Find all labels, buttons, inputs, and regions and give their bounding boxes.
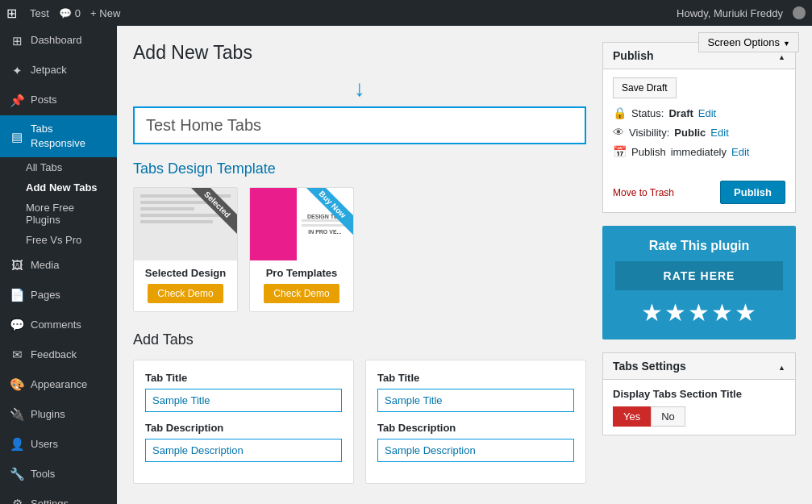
appearance-icon: 🎨 [10, 376, 24, 393]
sidebar-item-comments[interactable]: 💬 Comments [0, 310, 117, 339]
screen-options-button[interactable]: Screen Options [698, 32, 799, 52]
publish-panel-footer: Move to Trash Publish [603, 173, 795, 212]
feedback-icon: ✉ [10, 346, 24, 363]
sidebar: ⊞ Dashboard ✦ Jetpack 📌 Posts ▤ Tabs Res… [0, 26, 117, 500]
move-to-trash-link[interactable]: Move to Trash [613, 187, 674, 198]
display-section-title-label: Display Tabs Section Title [613, 388, 785, 400]
sidebar-subitem-more-free-plugins[interactable]: More Free Plugins [0, 198, 117, 230]
rate-stars: ★★★★★ [615, 298, 783, 327]
sidebar-item-posts[interactable]: 📌 Posts [0, 85, 117, 115]
publish-panel: Publish Save Draft 🔒 Status: Draft Edit … [602, 42, 796, 213]
rate-here-button[interactable]: RATE HERE [615, 261, 783, 290]
avatar [793, 6, 806, 19]
tab-desc-input-2[interactable] [377, 439, 574, 462]
screen-options-bar: Screen Options [685, 26, 812, 59]
publish-time-label: Publish [631, 146, 666, 158]
check-demo-button-selected[interactable]: Check Demo [148, 284, 223, 303]
sidebar-subitem-free-vs-pro[interactable]: Free Vs Pro [0, 230, 117, 250]
ribbon-selected: Selected [181, 188, 237, 244]
comments-count[interactable]: 💬 0 [59, 7, 81, 19]
status-row: 🔒 Status: Draft Edit [613, 106, 785, 119]
rate-plugin-panel: Rate This plugin RATE HERE ★★★★★ [602, 226, 796, 339]
sidebar-item-users[interactable]: 👤 Users [0, 429, 117, 459]
visibility-value: Public [674, 127, 706, 139]
save-draft-button[interactable]: Save Draft [613, 77, 677, 98]
site-name[interactable]: Test [30, 7, 49, 19]
sidebar-item-settings[interactable]: ⚙ Settings [0, 489, 117, 500]
sidebar-item-feedback[interactable]: ✉ Feedback [0, 339, 117, 369]
design-template-section-title: Tabs Design Template [133, 160, 586, 177]
template-name-selected: Selected Design [134, 267, 237, 279]
publish-time-edit-link[interactable]: Edit [731, 146, 749, 158]
add-tabs-section-title: Add Tabs [133, 331, 586, 348]
screen-options-label: Screen Options [707, 36, 780, 48]
comments-icon: 💬 [10, 316, 24, 333]
publish-button[interactable]: Publish [720, 181, 785, 204]
users-icon: 👤 [10, 435, 24, 452]
status-value: Draft [668, 107, 693, 119]
calendar-icon: 📅 [613, 145, 627, 158]
check-demo-button-pro[interactable]: Check Demo [264, 284, 339, 303]
sidebar-item-appearance[interactable]: 🎨 Appearance [0, 369, 117, 399]
template-name-pro: Pro Templates [250, 267, 353, 279]
eye-icon: 👁 [613, 126, 624, 139]
sidebar-item-media[interactable]: 🖼 Media [0, 250, 117, 280]
sidebar-item-pages[interactable]: 📄 Pages [0, 280, 117, 310]
template-card-selected: Selected Selected Design Check Demo [133, 187, 238, 312]
tabs-grid: Tab Title Tab Description Tab Title Tab … [133, 360, 586, 484]
sidebar-item-plugins[interactable]: 🔌 Plugins [0, 399, 117, 429]
sidebar-subitem-all-tabs[interactable]: All Tabs [0, 157, 117, 177]
content-right: Publish Save Draft 🔒 Status: Draft Edit … [602, 42, 796, 484]
tabs-settings-title: Tabs Settings [613, 360, 686, 373]
pages-icon: 📄 [10, 286, 24, 303]
jetpack-icon: ✦ [10, 62, 24, 79]
post-title-input[interactable] [133, 106, 586, 144]
howdy-text: Howdy, Muriuki Freddy [677, 7, 783, 19]
lock-icon: 🔒 [613, 106, 627, 119]
template-card-pro: DESIGN TE... IN PRO VE... Buy Now Pro Te… [249, 187, 354, 312]
templates-row: Selected Selected Design Check Demo DESI… [133, 187, 586, 312]
settings-icon: ⚙ [10, 495, 24, 500]
yes-no-toggle: Yes No [613, 406, 785, 427]
admin-bar: ⊞ Test 💬 0 + New Howdy, Muriuki Freddy [0, 0, 812, 26]
publish-panel-title: Publish [613, 49, 654, 62]
visibility-edit-link[interactable]: Edit [710, 127, 728, 139]
yes-toggle-button[interactable]: Yes [613, 406, 651, 427]
tab-desc-label-1: Tab Description [145, 422, 342, 434]
wp-logo-icon: ⊞ [6, 6, 17, 21]
tab-title-label-2: Tab Title [377, 372, 574, 384]
page-title: Add New Tabs [133, 42, 586, 64]
tab-title-input-1[interactable] [145, 389, 342, 412]
sidebar-item-tools[interactable]: 🔧 Tools [0, 459, 117, 489]
status-label: Status: [631, 107, 664, 119]
rate-plugin-title: Rate This plugin [615, 239, 783, 253]
no-toggle-button[interactable]: No [651, 406, 685, 427]
ribbon-pro: Buy Now [297, 188, 353, 244]
tab-desc-input-1[interactable] [145, 439, 342, 462]
main-content: Add New Tabs ↓ Tabs Design Template [117, 26, 812, 500]
tools-icon: 🔧 [10, 465, 24, 482]
template-preview-selected: Selected [134, 188, 237, 260]
posts-icon: 📌 [10, 92, 24, 109]
dashboard-icon: ⊞ [10, 32, 24, 49]
sidebar-item-dashboard[interactable]: ⊞ Dashboard [0, 26, 117, 56]
publish-time-value: immediately [671, 146, 727, 158]
status-edit-link[interactable]: Edit [698, 107, 716, 119]
visibility-row: 👁 Visibility: Public Edit [613, 126, 785, 139]
tabs-settings-body: Display Tabs Section Title Yes No [603, 380, 795, 435]
plugins-icon: 🔌 [10, 406, 24, 423]
tab-title-input-2[interactable] [377, 389, 574, 412]
content-left: Add New Tabs ↓ Tabs Design Template [133, 42, 586, 484]
sidebar-item-tabs-responsive[interactable]: ▤ Tabs Responsive [0, 115, 117, 157]
visibility-label: Visibility: [629, 127, 669, 139]
tabs-icon: ▤ [10, 128, 24, 145]
media-icon: 🖼 [10, 256, 24, 273]
sidebar-item-jetpack[interactable]: ✦ Jetpack [0, 56, 117, 85]
chevron-up-icon-settings [778, 360, 785, 373]
arrow-down-indicator: ↓ [133, 76, 586, 102]
tabs-settings-panel: Tabs Settings Display Tabs Section Title… [602, 352, 796, 435]
sidebar-subitem-add-new-tabs[interactable]: Add New Tabs [0, 177, 117, 198]
publish-time-row: 📅 Publish immediately Edit [613, 145, 785, 158]
new-button[interactable]: + New [90, 7, 120, 19]
tab-desc-label-2: Tab Description [377, 422, 574, 434]
